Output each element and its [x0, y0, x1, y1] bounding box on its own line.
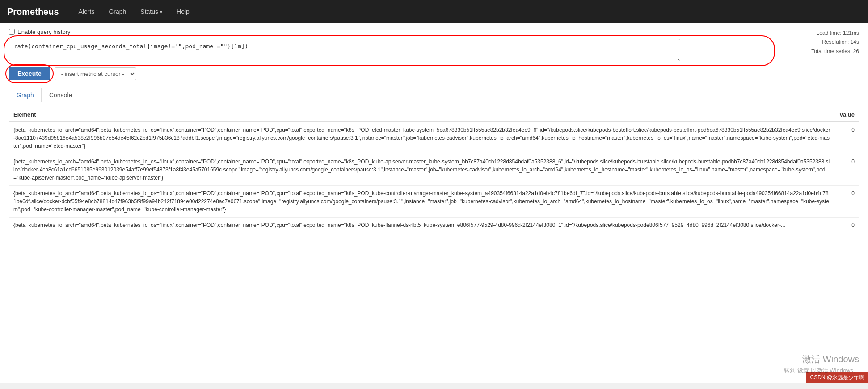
table-row: {beta_kubernetes_io_arch="amd64",beta_ku… [9, 154, 859, 186]
element-cell: {beta_kubernetes_io_arch="amd64",beta_ku… [9, 154, 835, 186]
table-row: {beta_kubernetes_io_arch="amd64",beta_ku… [9, 122, 859, 154]
console-tab[interactable]: Console [42, 88, 80, 102]
execute-btn-wrapper: Execute [9, 67, 50, 80]
value-cell: 0 [835, 122, 859, 154]
value-cell: 0 [835, 218, 859, 233]
execute-row: Execute - insert metric at cursor - [9, 67, 859, 80]
query-input-container: rate(container_cpu_usage_seconds_total{i… [9, 39, 859, 63]
element-col-header: Element [9, 108, 835, 122]
query-input[interactable]: rate(container_cpu_usage_seconds_total{i… [9, 39, 680, 61]
brand-link[interactable]: Prometheus [7, 7, 59, 17]
table-row: {beta_kubernetes_io_arch="amd64",beta_ku… [9, 218, 859, 233]
element-cell: {beta_kubernetes_io_arch="amd64",beta_ku… [9, 186, 835, 218]
chevron-down-icon: ▾ [160, 9, 162, 14]
element-cell: {beta_kubernetes_io_arch="amd64",beta_ku… [9, 122, 835, 154]
value-col-header: Value [835, 108, 859, 122]
load-time: Load time: 121ms [811, 29, 859, 38]
status-dropdown[interactable]: Status ▾ [135, 5, 168, 18]
tabs-row: Graph Console [9, 88, 859, 102]
query-textarea-wrapper: rate(container_cpu_usage_seconds_total{i… [9, 39, 770, 63]
query-history-checkbox[interactable] [9, 29, 15, 35]
main-content: Load time: 121ms Resolution: 14s Total t… [0, 23, 868, 238]
alerts-link[interactable]: Alerts [73, 5, 100, 18]
table-row: {beta_kubernetes_io_arch="amd64",beta_ku… [9, 186, 859, 218]
value-cell: 0 [835, 186, 859, 218]
navbar: Prometheus Alerts Graph Status ▾ Help [0, 0, 868, 23]
help-link[interactable]: Help [171, 5, 195, 18]
value-cell: 0 [835, 154, 859, 186]
graph-link[interactable]: Graph [103, 5, 131, 18]
table-header-row: Element Value [9, 108, 859, 122]
metric-insert-select[interactable]: - insert metric at cursor - [55, 67, 136, 80]
query-history-label[interactable]: Enable query history [17, 29, 71, 35]
query-history-row: Enable query history [9, 29, 859, 35]
graph-tab[interactable]: Graph [9, 88, 42, 102]
element-cell: {beta_kubernetes_io_arch="amd64",beta_ku… [9, 218, 835, 233]
results-table: Element Value {beta_kubernetes_io_arch="… [9, 108, 859, 233]
execute-button[interactable]: Execute [9, 67, 50, 80]
